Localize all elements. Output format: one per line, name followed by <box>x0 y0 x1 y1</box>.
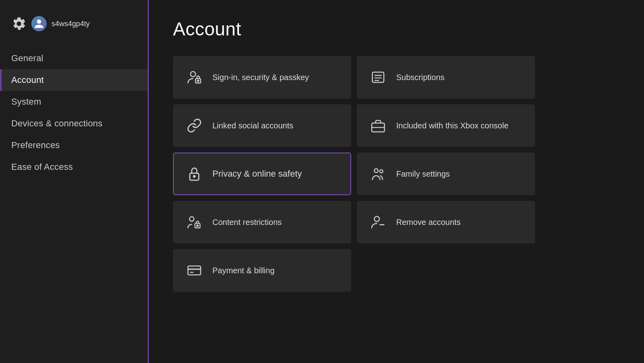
sidebar-item-account[interactable]: Account <box>0 69 148 91</box>
person-remove-icon <box>369 213 387 231</box>
avatar <box>31 16 47 31</box>
sidebar-item-ease[interactable]: Ease of Access <box>0 156 148 178</box>
tile-signin[interactable]: Sign-in, security & passkey <box>173 56 351 99</box>
sidebar-item-preferences[interactable]: Preferences <box>0 134 148 156</box>
svg-rect-18 <box>188 266 201 275</box>
svg-point-10 <box>193 175 195 177</box>
linked-social-label: Linked social accounts <box>212 120 293 131</box>
tiles-grid: Sign-in, security & passkey Subscription… <box>173 56 535 292</box>
svg-point-2 <box>198 80 199 81</box>
main-content: Account Sign-in, security & passkey <box>149 0 644 363</box>
included-xbox-label: Included with this Xbox console <box>396 120 508 131</box>
page-title: Account <box>173 18 620 40</box>
signin-label: Sign-in, security & passkey <box>212 72 309 82</box>
subscriptions-label: Subscriptions <box>396 72 444 82</box>
sidebar-header: s4ws4gp4ty <box>0 12 148 47</box>
sidebar-item-system[interactable]: System <box>0 91 148 113</box>
briefcase-icon <box>369 116 387 135</box>
sidebar-item-general[interactable]: General <box>0 47 148 69</box>
lock-icon <box>185 165 204 183</box>
list-icon <box>369 68 387 87</box>
family-label: Family settings <box>396 169 450 179</box>
link-icon <box>185 116 204 135</box>
svg-point-12 <box>380 170 383 173</box>
content-restrictions-label: Content restrictions <box>212 217 282 227</box>
tile-remove-accounts[interactable]: Remove accounts <box>357 201 535 243</box>
person-lock-icon <box>185 68 204 87</box>
remove-accounts-label: Remove accounts <box>396 217 461 227</box>
username-label: s4ws4gp4ty <box>51 20 90 28</box>
people-lock-icon <box>185 213 204 231</box>
privacy-label: Privacy & online safety <box>212 168 302 180</box>
svg-point-13 <box>189 217 194 221</box>
people-icon <box>369 165 387 183</box>
tile-included-xbox[interactable]: Included with this Xbox console <box>357 104 535 147</box>
tile-content-restrictions[interactable]: Content restrictions <box>173 201 351 243</box>
sidebar: s4ws4gp4ty General Account System Device… <box>0 0 149 363</box>
payment-label: Payment & billing <box>212 265 275 276</box>
svg-point-11 <box>374 169 379 173</box>
tile-subscriptions[interactable]: Subscriptions <box>357 56 535 99</box>
tile-linked-social[interactable]: Linked social accounts <box>173 104 351 147</box>
svg-point-16 <box>374 217 380 222</box>
sidebar-item-devices[interactable]: Devices & connections <box>0 113 148 134</box>
tile-family[interactable]: Family settings <box>357 153 535 195</box>
credit-card-icon <box>185 261 204 280</box>
svg-point-0 <box>191 72 196 77</box>
gear-icon[interactable] <box>11 16 27 31</box>
sidebar-nav: General Account System Devices & connect… <box>0 47 148 178</box>
tile-payment[interactable]: Payment & billing <box>173 249 351 292</box>
svg-point-15 <box>197 225 198 226</box>
tile-privacy[interactable]: Privacy & online safety <box>173 153 351 195</box>
